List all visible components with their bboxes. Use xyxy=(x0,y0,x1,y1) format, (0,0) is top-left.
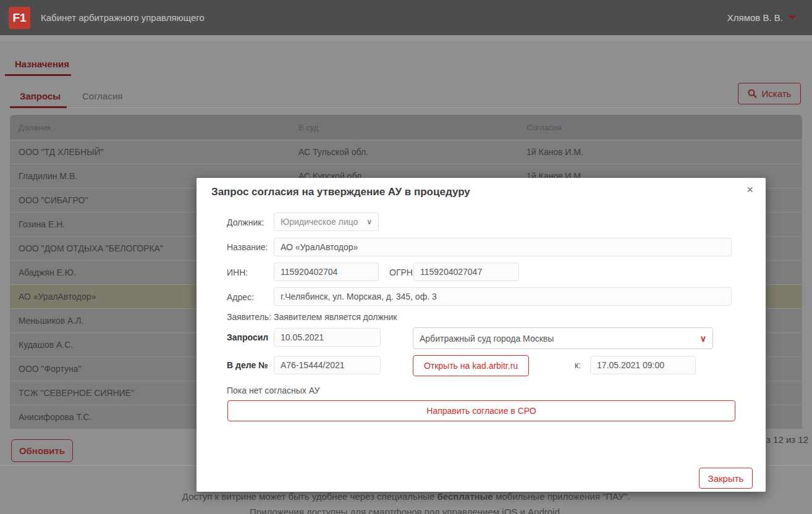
applicant-label: Заявитель: xyxy=(227,312,271,322)
requested-label: Запросил xyxy=(227,332,268,342)
table-header-row: Должник В суд Согласия xyxy=(10,115,802,140)
case-number-label: В деле № xyxy=(227,360,268,370)
tab-consents[interactable]: Согласия xyxy=(82,91,122,101)
footer-text-line2: Приложения доступны для смартфонов под у… xyxy=(0,507,812,514)
header-divider xyxy=(0,35,812,41)
search-button-label: Искать xyxy=(762,88,792,99)
app-title: Кабинет арбитражного управляющего xyxy=(41,12,205,23)
debtor-type-select[interactable]: Юридическое лицо ∨ xyxy=(274,213,379,231)
debtor-label: Должник: xyxy=(227,217,264,227)
search-icon xyxy=(748,89,757,98)
tab-requests[interactable]: Запросы xyxy=(20,91,61,101)
column-header-consents: Согласия xyxy=(518,123,802,132)
inn-input[interactable] xyxy=(274,263,379,281)
table-row[interactable]: ООО "ТД ХЛЕБНЫЙ"АС Тульской обл.1й Канов… xyxy=(10,140,802,164)
no-consents-text: Пока нет согласных АУ xyxy=(227,386,319,395)
close-icon[interactable]: × xyxy=(746,184,753,195)
modal-close-button[interactable]: Закрыть xyxy=(699,468,753,489)
debtor-type-value: Юридическое лицо xyxy=(281,217,358,227)
send-consent-to-sro-button[interactable]: Направить согласие в СРО xyxy=(227,400,735,421)
search-button[interactable]: Искать xyxy=(738,83,801,104)
inn-label: ИНН: xyxy=(227,268,248,277)
tab-assignments-underline xyxy=(5,74,71,76)
name-input[interactable] xyxy=(274,238,732,256)
ogrn-input[interactable] xyxy=(413,263,519,281)
cell-court: АС Тульской обл. xyxy=(290,147,518,157)
app-logo-icon: F1 xyxy=(9,7,30,29)
refresh-button[interactable]: Обновить xyxy=(11,439,73,462)
column-header-debtor: Должник xyxy=(10,123,290,132)
pagination-info: з 12 из 12 xyxy=(766,434,808,445)
footer-text-bold: бесплатные xyxy=(437,491,493,502)
user-name: Хлямов В. В. xyxy=(727,12,783,23)
subtab-divider xyxy=(10,107,802,108)
footer-text-line1: Доступ к витрине может быть удобнее чере… xyxy=(0,491,812,502)
column-header-court: В суд xyxy=(290,123,518,132)
tab-requests-underline xyxy=(10,106,67,108)
footer-text-prefix: Доступ к витрине может быть удобнее чере… xyxy=(182,491,438,502)
applicant-value: Заявителем является должник xyxy=(274,312,397,322)
tab-assignments[interactable]: Назначения xyxy=(15,59,69,69)
court-select[interactable]: Арбитражный суд города Москвы ∨ xyxy=(413,327,713,349)
cell-consents: 1й Канов И.М. xyxy=(518,147,802,157)
open-kad-arbitr-button[interactable]: Открыть на kad.arbitr.ru xyxy=(413,355,529,376)
cell-debtor: ООО "ТД ХЛЕБНЫЙ" xyxy=(10,147,290,157)
chevron-down-icon: ∨ xyxy=(700,334,706,343)
consent-request-modal: Запрос согласия на утверждение АУ в проц… xyxy=(197,178,766,492)
address-input[interactable] xyxy=(274,287,732,306)
hearing-to-label: к: xyxy=(575,360,581,370)
hearing-datetime-input[interactable] xyxy=(590,356,696,374)
chevron-down-icon xyxy=(789,15,796,20)
name-label: Название: xyxy=(227,242,268,252)
footer-text-suffix: мобильные приложения "ПАУ". xyxy=(493,491,630,502)
chevron-down-icon: ∨ xyxy=(366,217,372,226)
ogrn-label: ОГРН: xyxy=(389,268,415,277)
user-menu[interactable]: Хлямов В. В. xyxy=(727,0,796,35)
case-number-input[interactable] xyxy=(274,356,381,374)
modal-title: Запрос согласия на утверждение АУ в проц… xyxy=(211,186,470,198)
app-root: F1 Кабинет арбитражного управляющего Хля… xyxy=(0,0,812,514)
address-label: Адрес: xyxy=(227,292,254,302)
court-value: Арбитражный суд города Москвы xyxy=(420,334,554,343)
requested-date-input[interactable] xyxy=(274,328,381,347)
app-header: F1 Кабинет арбитражного управляющего Хля… xyxy=(0,0,812,35)
